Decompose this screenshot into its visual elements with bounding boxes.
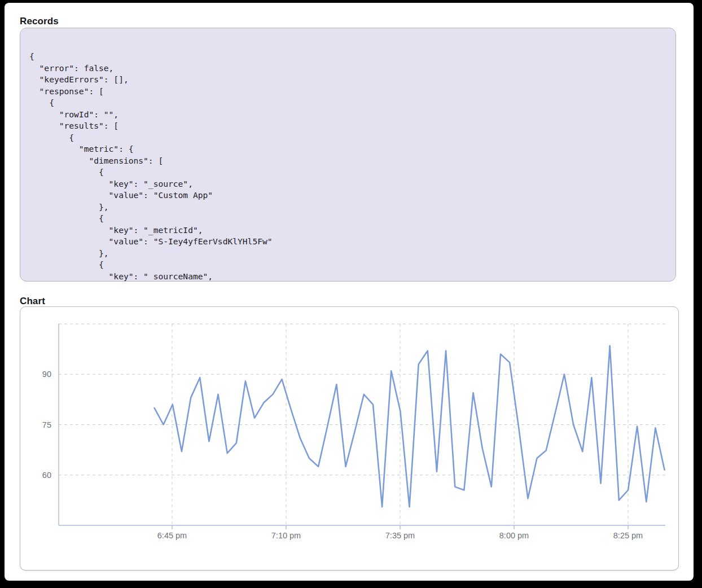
records-json-code: { "error": false, "keyedErrors": [], "re…: [20, 28, 675, 282]
metrics-results-page: { "records": { "title": "Records", "json…: [0, 0, 702, 588]
y-axis-label-90: 90: [42, 370, 51, 379]
records-json-viewer[interactable]: { "error": false, "keyedErrors": [], "re…: [20, 28, 676, 282]
x-axis-label-1: 6:45 pm: [157, 531, 187, 540]
metrics-line-chart[interactable]: 9075606:45 pm7:10 pm7:35 pm8:00 pm8:25 p…: [20, 307, 678, 570]
records-section-title: Records: [20, 16, 59, 27]
x-axis-label-4: 8:00 pm: [499, 531, 529, 540]
x-axis-label-3: 7:35 pm: [385, 531, 415, 540]
x-axis-label-5: 8:25 pm: [613, 531, 643, 540]
chart-section-title: Chart: [20, 296, 45, 307]
y-axis-label-75: 75: [42, 420, 51, 429]
app-content-area: Records { "error": false, "keyedErrors":…: [5, 3, 694, 581]
metrics-chart-panel: 9075606:45 pm7:10 pm7:35 pm8:00 pm8:25 p…: [20, 306, 679, 571]
metric-data-line[interactable]: [155, 346, 665, 507]
y-axis-label-60: 60: [42, 471, 51, 480]
x-axis-label-2: 7:10 pm: [271, 531, 301, 540]
